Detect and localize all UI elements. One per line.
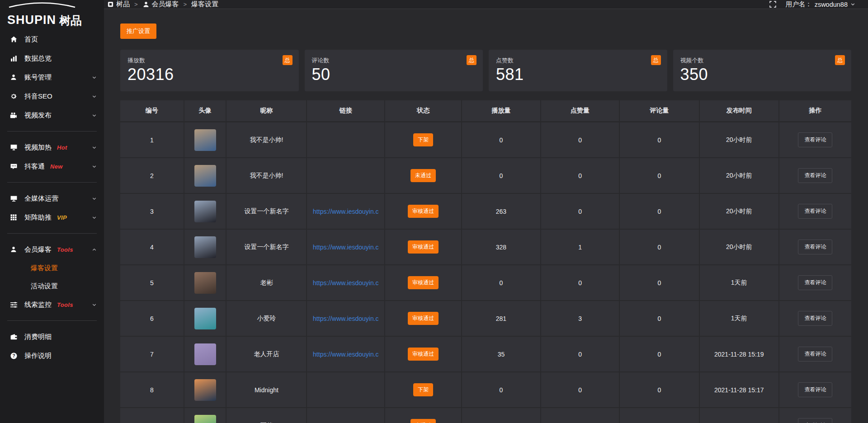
question-icon: ? <box>10 352 19 360</box>
cell-time: 2021-11-28 15:16 <box>699 408 779 423</box>
column-header-播放量: 播放量 <box>462 100 541 122</box>
sidebar-item-label: 线索监控 <box>24 301 52 309</box>
chevron-down-icon <box>92 215 97 220</box>
status-button[interactable]: 审核通过 <box>408 205 439 218</box>
home-icon <box>10 36 19 43</box>
cell-nickname: 我不是小帅! <box>226 158 307 193</box>
view-comments-button[interactable]: 查看评论 <box>798 204 832 219</box>
sidebar-item-tag: VIP <box>57 214 67 221</box>
sidebar-item-全媒体运营[interactable]: 全媒体运营 <box>0 189 104 208</box>
promo-settings-button[interactable]: 推广设置 <box>120 24 156 39</box>
stat-card-value: 20316 <box>127 66 292 84</box>
logo[interactable]: SHUPIN 树品 <box>0 0 104 26</box>
fullscreen-icon[interactable] <box>769 0 777 8</box>
stat-cards: 播放数20316总评论数50总点赞数581总视频个数350总 <box>120 50 851 91</box>
table-row: 4设置一个新名字https://www.iesdouyin.c审核通过32810… <box>120 229 851 265</box>
username-value: zswodun88 <box>815 1 848 8</box>
status-button[interactable]: 未通过 <box>410 419 436 423</box>
cell-plays: 35 <box>462 336 541 372</box>
sidebar-item-矩阵助推[interactable]: 矩阵助推VIP <box>0 208 104 227</box>
status-button[interactable]: 下架 <box>413 383 433 396</box>
cell-nickname: 阿慧 <box>226 408 307 423</box>
sidebar-item-label: 数据总览 <box>24 54 52 63</box>
sidebar-subitem-爆客设置[interactable]: 爆客设置 <box>0 259 104 277</box>
sidebar-item-操作说明[interactable]: ?操作说明 <box>0 346 104 365</box>
cell-status: 未通过 <box>385 158 462 193</box>
sidebar-item-首页[interactable]: 首页 <box>0 30 104 49</box>
menu-divider <box>7 233 97 234</box>
chevron-down-icon <box>92 94 97 99</box>
cell-likes: 0 <box>541 408 620 423</box>
sidebar-item-视频加热[interactable]: 视频加热Hot <box>0 138 104 157</box>
app-box-icon <box>107 1 114 8</box>
view-comments-button[interactable]: 查看评论 <box>798 382 832 397</box>
user-menu[interactable]: 用户名：zswodun88 <box>786 0 855 9</box>
cell-status: 下架 <box>385 372 462 408</box>
status-button[interactable]: 下架 <box>413 133 433 146</box>
video-link[interactable]: https://www.iesdouyin.c <box>313 315 379 322</box>
menu-divider <box>7 131 97 132</box>
status-button[interactable]: 未通过 <box>410 169 436 182</box>
sidebar-item-label: 抖音SEO <box>24 92 52 101</box>
avatar <box>194 165 216 187</box>
cell-time: 1天前 <box>699 301 779 336</box>
breadcrumb-item-会员爆客[interactable]: 会员爆客 <box>142 0 179 9</box>
view-comments-button[interactable]: 查看评论 <box>798 347 832 362</box>
chevron-up-icon <box>92 247 97 252</box>
sidebar-item-label: 操作说明 <box>24 352 52 360</box>
chevron-down-icon <box>92 145 97 150</box>
cell-avatar <box>184 158 226 193</box>
view-comments-button[interactable]: 查看评论 <box>798 132 832 147</box>
sidebar: SHUPIN 树品 首页数据总览账号管理抖音SEO视频发布视频加热Hot抖客通N… <box>0 0 104 423</box>
view-comments-button[interactable]: 查看评论 <box>798 275 832 290</box>
cell-action: 查看评论 <box>779 336 851 372</box>
sidebar-item-会员爆客[interactable]: 会员爆客Tools <box>0 240 104 259</box>
cell-nickname: 设置一个新名字 <box>226 229 307 265</box>
sidebar-item-label: 全媒体运营 <box>24 194 58 203</box>
status-button[interactable]: 审核通过 <box>408 240 439 254</box>
cell-link: https://www.iesdouyin.c <box>307 301 385 336</box>
avatar <box>194 272 216 294</box>
sidebar-item-抖音SEO[interactable]: 抖音SEO <box>0 87 104 106</box>
cell-link: https://www.iesdouyin.c <box>307 193 385 229</box>
video-link[interactable]: https://www.iesdouyin.c <box>313 244 379 251</box>
cell-status: 审核通过 <box>385 301 462 336</box>
cell-plays: 0 <box>462 158 541 193</box>
view-comments-button[interactable]: 查看评论 <box>798 168 832 183</box>
table-row: 2我不是小帅!未通过00020小时前查看评论 <box>120 158 851 193</box>
sidebar-subitem-活动设置[interactable]: 活动设置 <box>0 277 104 295</box>
view-comments-button[interactable]: 查看评论 <box>798 240 832 254</box>
cell-likes: 0 <box>541 193 620 229</box>
sidebar-item-抖客通[interactable]: 抖客通New <box>0 157 104 176</box>
cell-id: 1 <box>120 122 184 158</box>
cell-avatar <box>184 193 226 229</box>
sidebar-item-消费明细[interactable]: 消费明细 <box>0 327 104 346</box>
sidebar-item-label: 账号管理 <box>24 73 52 82</box>
status-button[interactable]: 审核通过 <box>408 276 439 289</box>
cell-comments: 0 <box>619 372 699 408</box>
breadcrumb-item-树品[interactable]: 树品 <box>107 0 130 9</box>
sidebar-item-视频发布[interactable]: 视频发布 <box>0 106 104 125</box>
stat-card-视频个数: 视频个数350总 <box>673 50 852 91</box>
breadcrumb-separator: > <box>184 1 187 8</box>
video-link[interactable]: https://www.iesdouyin.c <box>313 208 379 215</box>
cell-link <box>307 372 385 408</box>
view-comments-button[interactable]: 查看评论 <box>798 311 832 326</box>
cell-status: 未通过 <box>385 408 462 423</box>
cell-plays: 0 <box>462 408 541 423</box>
bar-chart-icon <box>10 55 19 62</box>
sidebar-item-数据总览[interactable]: 数据总览 <box>0 49 104 68</box>
sidebar-item-线索监控[interactable]: 线索监控Tools <box>0 295 104 314</box>
view-comments-button[interactable]: 查看评论 <box>798 418 832 423</box>
cell-id: 9 <box>120 408 184 423</box>
sidebar-item-账号管理[interactable]: 账号管理 <box>0 68 104 87</box>
status-button[interactable]: 审核通过 <box>408 312 439 325</box>
stat-card-label: 点赞数 <box>496 56 660 65</box>
video-link[interactable]: https://www.iesdouyin.c <box>313 279 379 287</box>
cell-likes: 0 <box>541 336 620 372</box>
topbar: 树品>会员爆客>爆客设置 用户名：zswodun88 <box>104 0 868 9</box>
status-button[interactable]: 审核通过 <box>408 348 439 361</box>
video-link[interactable]: https://www.iesdouyin.c <box>313 351 379 358</box>
cell-avatar <box>184 122 226 158</box>
avatar <box>194 415 216 423</box>
